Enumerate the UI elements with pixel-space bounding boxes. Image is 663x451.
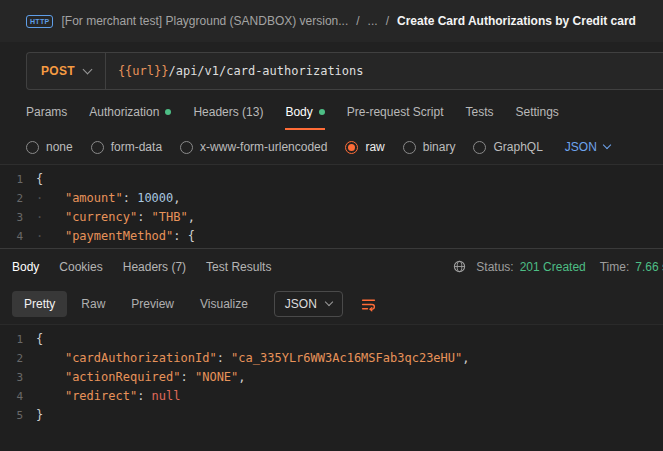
status-label: Status: bbox=[476, 260, 513, 274]
api-client-window: HTTP [For merchant test] Playground (SAN… bbox=[0, 0, 663, 451]
line-number: 1 bbox=[6, 170, 36, 189]
breadcrumb-separator: / bbox=[386, 14, 389, 28]
request-url-bar: POST {{url}}/api/v1/card-authorizations bbox=[26, 52, 663, 90]
view-tab-preview[interactable]: Preview bbox=[119, 291, 186, 317]
breadcrumb-collection[interactable]: [For merchant test] Playground (SANDBOX)… bbox=[61, 14, 348, 28]
response-tab-body[interactable]: Body bbox=[12, 260, 39, 274]
body-mode-label: form-data bbox=[111, 140, 162, 154]
code-line: 3· "currency": "THB", bbox=[6, 208, 663, 227]
code-line: 4 "redirect": null bbox=[6, 387, 663, 406]
code-text: "actionRequired": "NONE", bbox=[36, 368, 246, 387]
tab-label: Pre-request Script bbox=[347, 105, 444, 119]
response-view-tabs: PrettyRawPreviewVisualize bbox=[12, 291, 260, 317]
request-tab-settings[interactable]: Settings bbox=[516, 93, 559, 130]
request-tab-body[interactable]: Body bbox=[285, 93, 324, 130]
code-line: 2 "cardAuthorizationId": "ca_335YLr6WW3A… bbox=[6, 349, 663, 368]
body-mode-row: noneform-datax-www-form-urlencodedrawbin… bbox=[0, 130, 663, 164]
response-toolbar: PrettyRawPreviewVisualize JSON bbox=[0, 284, 663, 324]
request-tab-params[interactable]: Params bbox=[26, 93, 67, 130]
body-mode-raw[interactable]: raw bbox=[345, 140, 384, 154]
body-mode-binary[interactable]: binary bbox=[403, 140, 456, 154]
request-tab-tests[interactable]: Tests bbox=[465, 93, 493, 130]
code-text: · "currency": "THB", bbox=[36, 208, 195, 227]
line-number: 2 bbox=[6, 189, 36, 208]
response-language-dropdown[interactable]: JSON bbox=[274, 291, 343, 317]
http-request-icon: HTTP bbox=[26, 15, 53, 28]
view-tab-pretty[interactable]: Pretty bbox=[12, 291, 67, 317]
indent-marker: · bbox=[36, 191, 65, 205]
code-line: 5} bbox=[6, 406, 663, 425]
response-tabs: BodyCookiesHeaders (7)Test Results bbox=[12, 260, 271, 274]
body-mode-options: noneform-datax-www-form-urlencodedrawbin… bbox=[26, 140, 543, 154]
radio-icon bbox=[345, 141, 358, 154]
url-path: /api/v1/card-authorizations bbox=[168, 64, 363, 78]
body-mode-label: GraphQL bbox=[493, 140, 542, 154]
tab-label: Headers (13) bbox=[193, 105, 263, 119]
radio-icon bbox=[91, 141, 104, 154]
body-mode-label: binary bbox=[423, 140, 456, 154]
tab-label: Params bbox=[26, 105, 67, 119]
radio-icon bbox=[473, 141, 486, 154]
request-tab-authorization[interactable]: Authorization bbox=[89, 93, 171, 130]
code-text: "redirect": null bbox=[36, 387, 181, 406]
code-text: "cardAuthorizationId": "ca_335YLr6WW3Ac1… bbox=[36, 349, 470, 368]
content-indicator-dot bbox=[319, 109, 325, 115]
method-dropdown[interactable]: POST bbox=[27, 53, 105, 89]
time-label: Time: bbox=[600, 260, 630, 274]
request-body-editor[interactable]: 1{2· "amount": 10000,3· "currency": "THB… bbox=[0, 164, 663, 248]
request-tab-headers-13[interactable]: Headers (13) bbox=[193, 93, 263, 130]
body-mode-x-www-form-urlencoded[interactable]: x-www-form-urlencoded bbox=[180, 140, 327, 154]
response-tab-headers-7[interactable]: Headers (7) bbox=[123, 260, 186, 274]
response-tab-cookies[interactable]: Cookies bbox=[59, 260, 102, 274]
body-mode-none[interactable]: none bbox=[26, 140, 73, 154]
line-number: 1 bbox=[6, 330, 36, 349]
response-body-editor[interactable]: 1{2 "cardAuthorizationId": "ca_335YLr6WW… bbox=[0, 324, 663, 451]
body-language-label: JSON bbox=[565, 140, 597, 154]
code-line: 1{ bbox=[6, 170, 663, 189]
indent-marker bbox=[36, 370, 65, 384]
body-mode-label: x-www-form-urlencoded bbox=[200, 140, 327, 154]
request-tabs: ParamsAuthorizationHeaders (13)BodyPre-r… bbox=[0, 93, 663, 130]
network-info-icon[interactable] bbox=[453, 260, 466, 273]
code-text: { bbox=[36, 170, 43, 189]
body-mode-graphql[interactable]: GraphQL bbox=[473, 140, 542, 154]
radio-icon bbox=[403, 141, 416, 154]
tab-label: Body bbox=[285, 105, 312, 119]
url-input[interactable]: {{url}}/api/v1/card-authorizations bbox=[106, 64, 364, 78]
radio-icon bbox=[26, 141, 39, 154]
tab-label: Settings bbox=[516, 105, 559, 119]
code-line: 3 "actionRequired": "NONE", bbox=[6, 368, 663, 387]
indent-marker bbox=[36, 351, 65, 365]
view-tab-raw[interactable]: Raw bbox=[69, 291, 117, 317]
request-tab-pre-request-script[interactable]: Pre-request Script bbox=[347, 93, 444, 130]
time-value: 7.66 s bbox=[635, 260, 663, 274]
tab-label: Authorization bbox=[89, 105, 159, 119]
breadcrumb-current: Create Card Authorizations by Credit car… bbox=[397, 14, 636, 28]
response-language-label: JSON bbox=[285, 297, 317, 311]
indent-marker: · bbox=[36, 229, 65, 243]
line-number: 3 bbox=[6, 368, 36, 387]
breadcrumb: HTTP [For merchant test] Playground (SAN… bbox=[0, 0, 663, 42]
breadcrumb-ellipsis[interactable]: ... bbox=[368, 14, 378, 28]
code-text: · "amount": 10000, bbox=[36, 189, 181, 208]
wrap-lines-icon[interactable] bbox=[361, 297, 376, 312]
body-mode-form-data[interactable]: form-data bbox=[91, 140, 162, 154]
view-tab-visualize[interactable]: Visualize bbox=[188, 291, 260, 317]
response-tab-test-results[interactable]: Test Results bbox=[206, 260, 271, 274]
line-number: 2 bbox=[6, 349, 36, 368]
status-value: 201 Created bbox=[520, 260, 586, 274]
chevron-down-icon bbox=[603, 141, 611, 149]
response-header: BodyCookiesHeaders (7)Test Results Statu… bbox=[0, 249, 663, 284]
chevron-down-icon bbox=[82, 64, 92, 74]
line-number: 5 bbox=[6, 406, 36, 425]
content-indicator-dot bbox=[165, 109, 171, 115]
response-section: BodyCookiesHeaders (7)Test Results Statu… bbox=[0, 248, 663, 451]
code-line: 2· "amount": 10000, bbox=[6, 189, 663, 208]
line-number: 3 bbox=[6, 208, 36, 227]
body-language-dropdown[interactable]: JSON bbox=[565, 140, 610, 154]
code-line: 1{ bbox=[6, 330, 663, 349]
line-number: 4 bbox=[6, 387, 36, 406]
radio-icon bbox=[180, 141, 193, 154]
chevron-down-icon bbox=[325, 298, 333, 306]
response-meta: Status: 201 Created Time: 7.66 s bbox=[453, 260, 663, 274]
